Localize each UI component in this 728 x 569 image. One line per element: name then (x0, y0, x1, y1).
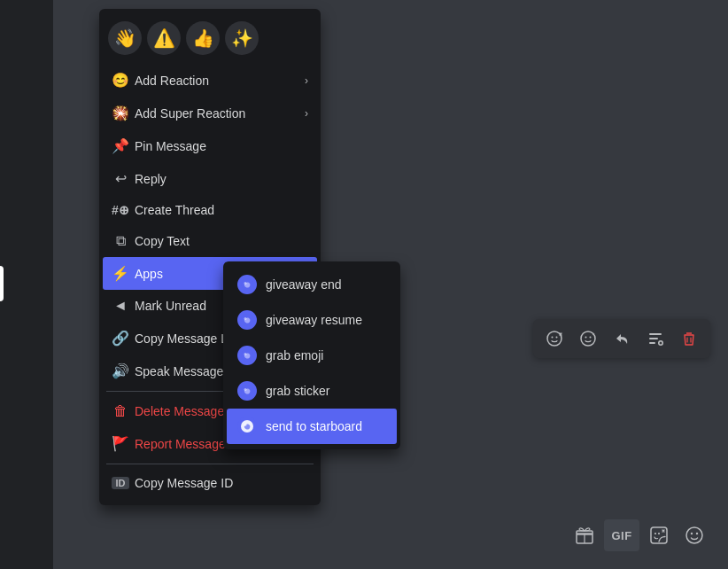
giveaway-resume-icon (237, 310, 257, 330)
svg-point-24 (686, 527, 702, 543)
svg-rect-18 (649, 342, 655, 344)
menu-item-add-super-reaction[interactable]: 🎇 Add Super Reaction › (103, 97, 317, 129)
submenu-item-grab-sticker[interactable]: grab sticker (227, 373, 397, 409)
emoji-row: 👋 ⚠️ 👍 ✨ (99, 16, 321, 64)
delete-message-icon: 🗑 (112, 403, 129, 419)
speak-message-label: Speak Message (135, 364, 223, 378)
submenu-item-giveaway-end[interactable]: giveaway end (227, 267, 397, 302)
toolbar-add-super-reaction-icon[interactable] (574, 324, 602, 353)
add-reaction-chevron: › (305, 74, 308, 87)
emoji-btn-sparkles[interactable]: ✨ (225, 21, 259, 55)
reply-icon: ↩ (112, 170, 129, 187)
gif-button[interactable]: GIF (604, 519, 639, 551)
grab-emoji-label: grab emoji (266, 348, 323, 362)
add-super-reaction-chevron: › (305, 107, 308, 120)
delete-message-label: Delete Message (135, 404, 224, 418)
bg-sidebar (0, 0, 53, 569)
add-reaction-label: Add Reaction (135, 74, 209, 88)
apps-icon: ⚡ (112, 265, 129, 282)
report-message-icon: 🚩 (112, 435, 129, 452)
giveaway-resume-label: giveaway resume (266, 313, 362, 327)
menu-item-pin-message[interactable]: 📌 Pin Message (103, 129, 317, 162)
submenu-item-send-to-starboard[interactable]: send to starboard (227, 409, 397, 444)
report-message-label: Report Message (135, 437, 226, 451)
svg-point-5 (244, 353, 247, 355)
submenu-item-giveaway-resume[interactable]: giveaway resume (227, 302, 397, 338)
emoji-picker-icon[interactable] (678, 519, 710, 551)
left-accent (0, 266, 4, 301)
add-reaction-icon: 😊 (112, 72, 129, 89)
chat-toolbar: GIF (569, 519, 710, 551)
add-super-reaction-label: Add Super Reaction (135, 106, 245, 121)
svg-point-7 (244, 388, 247, 391)
svg-point-14 (585, 337, 587, 339)
reply-label: Reply (135, 172, 167, 186)
toolbar-reply-icon[interactable] (608, 324, 636, 353)
grab-emoji-icon (237, 346, 257, 365)
grab-sticker-label: grab sticker (266, 384, 329, 398)
create-thread-icon: #⊕ (112, 203, 129, 217)
svg-point-25 (691, 533, 693, 534)
emoji-btn-warning[interactable]: ⚠️ (147, 21, 181, 55)
menu-item-create-thread[interactable]: #⊕ Create Thread (103, 195, 317, 225)
svg-point-11 (552, 337, 554, 339)
svg-rect-16 (649, 333, 662, 335)
emoji-btn-thumbsup[interactable]: 👍 (186, 21, 220, 55)
giveaway-end-icon (237, 275, 257, 294)
pin-message-icon: 📌 (112, 137, 129, 154)
svg-point-15 (590, 337, 592, 339)
gift-icon[interactable] (569, 519, 600, 551)
copy-text-label: Copy Text (135, 234, 190, 248)
svg-point-12 (556, 337, 558, 339)
pin-message-label: Pin Message (135, 139, 206, 153)
menu-item-reply[interactable]: ↩ Reply (103, 162, 317, 195)
menu-item-add-reaction[interactable]: 😊 Add Reaction › (103, 64, 317, 97)
svg-point-9 (244, 424, 247, 426)
mark-unread-icon: ◄ (112, 298, 129, 314)
copy-text-icon: ⧉ (112, 233, 129, 249)
toolbar-add-reaction-icon[interactable] (540, 324, 569, 353)
menu-divider-2 (106, 464, 314, 464)
svg-point-26 (696, 533, 698, 534)
toolbar-create-thread-icon[interactable] (641, 324, 670, 353)
add-super-reaction-icon: 🎇 (112, 105, 129, 121)
copy-message-id-label: Copy Message ID (135, 476, 233, 490)
apps-submenu: giveaway end giveaway resume grab emoji (223, 261, 400, 449)
speak-message-icon: 🔊 (112, 362, 129, 379)
menu-item-copy-text[interactable]: ⧉ Copy Text (103, 225, 317, 257)
menu-item-copy-message-id[interactable]: ID Copy Message ID (103, 468, 317, 498)
message-toolbar (533, 319, 710, 358)
send-to-starboard-label: send to starboard (266, 419, 362, 433)
emoji-btn-wave[interactable]: 👋 (108, 21, 142, 55)
mark-unread-label: Mark Unread (135, 299, 206, 313)
sticker-icon[interactable] (643, 519, 675, 551)
submenu-item-grab-emoji[interactable]: grab emoji (227, 338, 397, 373)
grab-sticker-icon (237, 381, 257, 401)
send-to-starboard-icon (237, 417, 257, 436)
svg-point-1 (244, 282, 247, 284)
create-thread-label: Create Thread (135, 203, 214, 217)
apps-label: Apps (135, 267, 163, 281)
toolbar-delete-icon[interactable] (675, 324, 703, 353)
svg-point-3 (244, 317, 247, 320)
svg-rect-17 (649, 338, 658, 339)
copy-message-id-icon: ID (112, 477, 129, 489)
copy-message-link-icon: 🔗 (112, 330, 129, 347)
giveaway-end-label: giveaway end (266, 277, 342, 292)
